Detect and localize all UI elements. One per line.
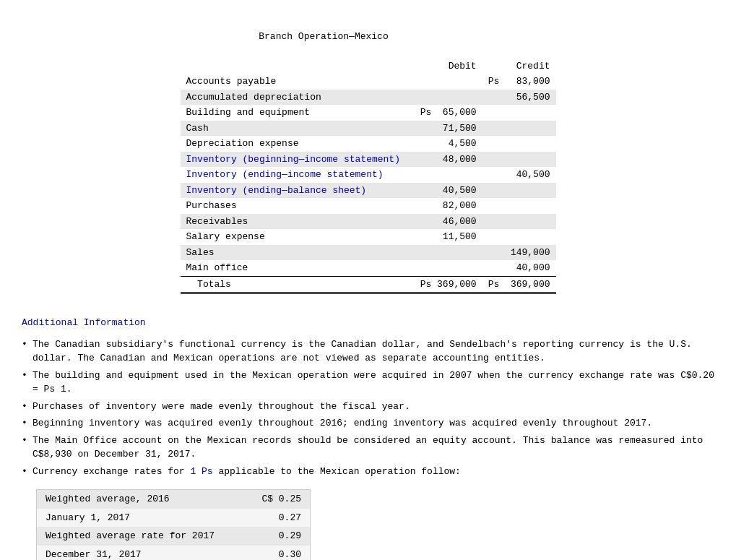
table-row-label: Inventory (beginning—income statement) — [181, 152, 411, 168]
rates-row: Weighted average rate for 20170.29 — [37, 527, 311, 546]
rates-value: 0.27 — [246, 509, 311, 527]
label-spacer — [181, 59, 411, 74]
table-row-label: Depreciation expense — [181, 136, 411, 152]
bullet-item: Purchases of inventory were made evenly … — [22, 400, 714, 414]
table-row-label: Totals — [181, 276, 411, 293]
table-row-credit — [482, 198, 556, 214]
table-row-label: Inventory (ending—balance sheet) — [181, 183, 411, 199]
table-row-label: Sales — [181, 245, 411, 261]
bullet-list: The Canadian subsidiary's functional cur… — [22, 337, 714, 479]
table-row-label: Accumulated depreciation — [181, 90, 411, 105]
table-row-credit: Ps 369,000 — [482, 276, 556, 293]
table-row-debit: 82,000 — [410, 198, 482, 214]
page-container: Branch Operation—Mexico Debit Credit Acc… — [22, 14, 714, 560]
table-row-credit — [482, 152, 556, 168]
table-row-debit: 71,500 — [410, 121, 482, 137]
credit-col-header: Credit — [482, 59, 556, 74]
table-row-credit — [482, 121, 556, 137]
table-row-debit: 11,500 — [410, 229, 482, 245]
table-row-label: Receivables — [181, 214, 411, 230]
rates-row: December 31, 20170.30 — [37, 546, 311, 561]
table-row-label: Building and equipment — [181, 105, 411, 121]
table-row-credit: 40,500 — [482, 167, 556, 183]
table-row-debit — [410, 74, 482, 90]
table-title: Branch Operation—Mexico — [259, 31, 388, 42]
rates-value: 0.30 — [246, 546, 311, 561]
table-row-debit: Ps 369,000 — [410, 276, 482, 293]
branch-operation-table: Branch Operation—Mexico Debit Credit Acc… — [181, 14, 556, 294]
table-row-credit — [482, 136, 556, 152]
credit-header — [482, 14, 556, 59]
rates-row: January 1, 20170.27 — [37, 509, 311, 527]
additional-title: Additional Information — [22, 316, 714, 330]
debit-header — [410, 14, 482, 59]
table-row-credit: 56,500 — [482, 90, 556, 105]
rates-value: C$ 0.25 — [246, 490, 311, 509]
additional-info-section: Additional Information The Canadian subs… — [22, 316, 714, 560]
rates-table: Weighted average, 2016C$ 0.25January 1, … — [36, 489, 311, 560]
table-row-label: Salary expense — [181, 229, 411, 245]
table-row-label: Inventory (ending—income statement) — [181, 167, 411, 183]
bullet-item: The building and equipment used in the M… — [22, 369, 714, 397]
table-row-debit — [410, 260, 482, 276]
rates-label: January 1, 2017 — [37, 509, 246, 527]
table-row-credit: Ps 83,000 — [482, 74, 556, 90]
table-row-debit — [410, 245, 482, 261]
table-row-debit: Ps 65,000 — [410, 105, 482, 121]
table-row-debit — [410, 167, 482, 183]
rates-value: 0.29 — [246, 527, 311, 546]
table-row-debit: 4,500 — [410, 136, 482, 152]
table-row-credit — [482, 214, 556, 230]
table-row-debit — [410, 90, 482, 105]
table-row-debit: 48,000 — [410, 152, 482, 168]
table-row-credit — [482, 105, 556, 121]
table-row-label: Purchases — [181, 198, 411, 214]
table-row-label: Main office — [181, 260, 411, 276]
debit-col-header: Debit — [410, 59, 482, 74]
rates-label: Weighted average rate for 2017 — [37, 527, 246, 546]
table-title-cell: Branch Operation—Mexico — [181, 14, 411, 59]
table-row-credit: 149,000 — [482, 245, 556, 261]
table-row-label: Cash — [181, 121, 411, 137]
table-row-credit: 40,000 — [482, 260, 556, 276]
bullet-item: Beginning inventory was acquired evenly … — [22, 416, 714, 431]
rates-row: Weighted average, 2016C$ 0.25 — [37, 490, 311, 509]
table-row-label: Accounts payable — [181, 74, 411, 90]
table-row-credit — [482, 229, 556, 245]
bullet-item: The Canadian subsidiary's functional cur… — [22, 337, 714, 366]
rates-label: December 31, 2017 — [37, 546, 246, 561]
table-row-debit: 40,500 — [410, 183, 482, 199]
table-row-debit: 46,000 — [410, 214, 482, 230]
rates-label: Weighted average, 2016 — [37, 490, 246, 509]
bullet-item: Currency exchange rates for 1 Ps applica… — [22, 465, 714, 479]
table-row-credit — [482, 183, 556, 199]
bullet-item: The Main Office account on the Mexican r… — [22, 434, 714, 462]
